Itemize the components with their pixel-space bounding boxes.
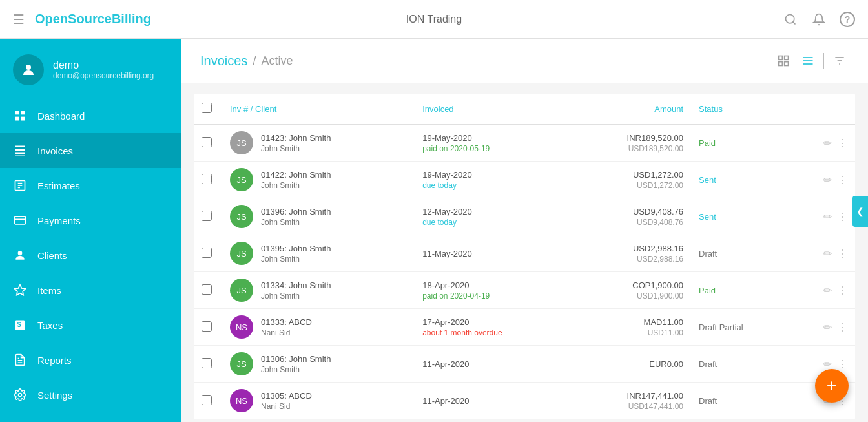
- sidebar-item-items[interactable]: Items: [0, 273, 181, 308]
- help-icon[interactable]: ?: [840, 12, 855, 27]
- edit-icon[interactable]: ✏: [823, 174, 832, 186]
- col-status: Status: [691, 94, 790, 125]
- row-checkbox-cell[interactable]: [194, 272, 222, 309]
- sidebar-item-taxes[interactable]: $ Taxes: [0, 308, 181, 343]
- add-invoice-button[interactable]: +: [815, 369, 849, 403]
- more-icon[interactable]: ⋮: [837, 248, 847, 260]
- date-main: 19-May-2020: [422, 133, 564, 143]
- search-icon[interactable]: [783, 12, 798, 27]
- table-row: JS 01396: John Smith John Smith 12-May-2…: [194, 198, 855, 235]
- more-icon[interactable]: ⋮: [837, 284, 847, 297]
- row-checkbox[interactable]: [202, 321, 212, 332]
- edit-icon[interactable]: ✏: [823, 137, 832, 149]
- breadcrumb-invoices[interactable]: Invoices: [200, 54, 247, 69]
- table-container: Inv # / Client Invoiced Amount Status JS…: [181, 83, 868, 422]
- row-checkbox[interactable]: [202, 358, 212, 368]
- dashboard-icon: [13, 109, 27, 123]
- row-client-cell: JS 01423: John Smith John Smith: [222, 125, 415, 162]
- row-checkbox[interactable]: [202, 211, 212, 221]
- more-icon[interactable]: ⋮: [837, 137, 847, 149]
- edit-icon[interactable]: ✏: [823, 321, 832, 333]
- edit-icon[interactable]: ✏: [823, 284, 832, 297]
- row-status-cell: Sent: [691, 162, 790, 198]
- client-info: 01422: John Smith John Smith: [261, 170, 331, 190]
- row-date-cell: 12-May-2020 due today: [415, 198, 572, 235]
- inv-number: 01395: John Smith: [261, 244, 331, 253]
- row-status-cell: Paid: [691, 272, 790, 309]
- sidebar-item-clients[interactable]: Clients: [0, 238, 181, 273]
- row-checkbox-cell[interactable]: [194, 162, 222, 198]
- svg-rect-6: [21, 117, 25, 121]
- inv-number: 01396: John Smith: [261, 207, 331, 216]
- amount-main: USD2,988.16: [580, 244, 683, 253]
- row-date-cell: 18-Apr-2020 paid on 2020-04-19: [415, 272, 572, 309]
- sidebar-item-settings[interactable]: Settings: [0, 377, 181, 412]
- row-checkbox[interactable]: [202, 248, 212, 258]
- amount-sub: USD9,408.76: [580, 218, 683, 227]
- row-checkbox-cell[interactable]: [194, 235, 222, 272]
- svg-rect-9: [16, 153, 25, 154]
- menu-icon[interactable]: ☰: [13, 12, 25, 27]
- more-icon[interactable]: ⋮: [837, 321, 847, 333]
- svg-rect-10: [16, 156, 25, 156]
- edit-icon[interactable]: ✏: [823, 248, 832, 260]
- inv-number: 01422: John Smith: [261, 170, 331, 180]
- row-checkbox[interactable]: [202, 174, 212, 184]
- sidebar-item-invoices[interactable]: Invoices: [0, 133, 181, 168]
- client-info: 01423: John Smith John Smith: [261, 133, 331, 153]
- row-checkbox-cell[interactable]: [194, 125, 222, 162]
- date-sub: due today: [422, 181, 564, 190]
- list-view-icon[interactable]: [799, 52, 817, 70]
- row-checkbox-cell[interactable]: [194, 346, 222, 383]
- client-name: Nani Sid: [261, 328, 312, 337]
- table-row: JS 01334: John Smith John Smith 18-Apr-2…: [194, 272, 855, 309]
- right-panel-toggle[interactable]: ❮: [852, 196, 868, 227]
- row-checkbox[interactable]: [202, 395, 212, 405]
- row-actions-cell: ✏ ⋮: [790, 309, 855, 346]
- svg-rect-27: [779, 62, 783, 66]
- sidebar-label-items: Items: [37, 285, 61, 296]
- client-name: John Smith: [261, 365, 331, 374]
- sidebar-label-clients: Clients: [37, 250, 67, 261]
- date-sub: due today: [422, 218, 564, 227]
- amount-main: COP1,900.00: [580, 280, 683, 290]
- row-status-cell: Sent: [691, 198, 790, 235]
- grid-view-icon[interactable]: [774, 52, 792, 70]
- main-layout: demo demo@opensourcebilling.org Dashboar…: [0, 39, 868, 422]
- sidebar-label-estimates: Estimates: [37, 180, 80, 191]
- more-icon[interactable]: ⋮: [837, 174, 847, 186]
- svg-rect-8: [16, 149, 25, 151]
- inv-number: 01305: ABCD: [261, 391, 312, 401]
- sidebar-item-dashboard[interactable]: Dashboard: [0, 98, 181, 133]
- row-checkbox-cell[interactable]: [194, 198, 222, 235]
- row-checkbox[interactable]: [202, 137, 212, 147]
- reports-icon: [13, 353, 27, 367]
- client-avatar: NS: [230, 389, 253, 412]
- table-row: JS 01423: John Smith John Smith 19-May-2…: [194, 125, 855, 162]
- date-main: 17-Apr-2020: [422, 317, 564, 327]
- notification-icon[interactable]: [811, 12, 827, 27]
- filter-icon[interactable]: [831, 52, 849, 70]
- sidebar-item-payments[interactable]: Payments: [0, 203, 181, 238]
- sidebar-item-estimates[interactable]: Estimates: [0, 168, 181, 203]
- row-checkbox[interactable]: [202, 284, 212, 295]
- client-avatar: NS: [230, 315, 253, 339]
- more-icon[interactable]: ⋮: [837, 358, 847, 370]
- client-avatar: JS: [230, 205, 253, 228]
- row-amount-cell: USD1,272.00 USD1,272.00: [572, 162, 691, 198]
- sidebar-item-reports[interactable]: Reports: [0, 343, 181, 377]
- date-sub: paid on 2020-05-19: [422, 144, 564, 153]
- svg-rect-26: [785, 56, 789, 60]
- edit-icon[interactable]: ✏: [823, 358, 832, 370]
- edit-icon[interactable]: ✏: [823, 211, 832, 223]
- svg-marker-18: [15, 285, 26, 295]
- client-avatar: JS: [230, 168, 253, 191]
- row-checkbox-cell[interactable]: [194, 383, 222, 419]
- select-all-checkbox[interactable]: [202, 103, 212, 113]
- amount-main: INR147,441.00: [580, 391, 683, 401]
- amount-sub: USD1,900.00: [580, 291, 683, 301]
- row-checkbox-cell[interactable]: [194, 309, 222, 346]
- svg-rect-25: [779, 56, 783, 60]
- inv-number: 01334: John Smith: [261, 280, 331, 290]
- more-icon[interactable]: ⋮: [837, 211, 847, 223]
